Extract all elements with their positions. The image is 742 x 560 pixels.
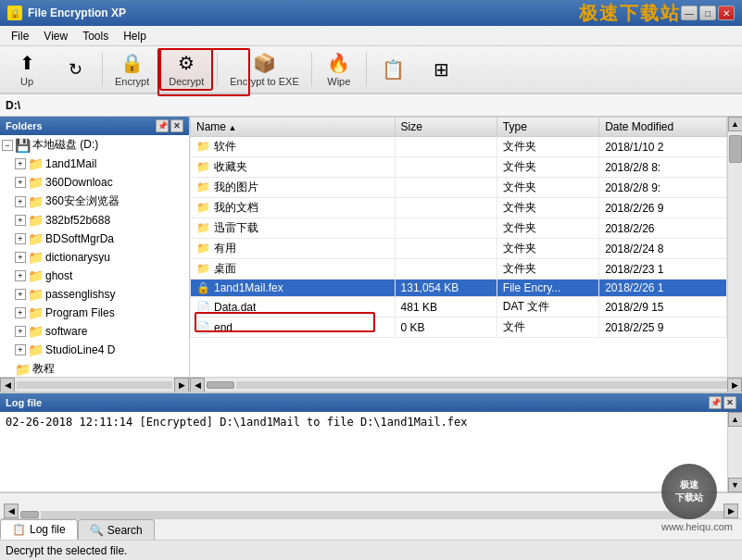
toolbar-grid-button[interactable]: ⊞ (419, 48, 465, 91)
table-row[interactable]: 📁有用 文件夹 2018/2/24 8 (191, 239, 727, 259)
up-label: Up (20, 76, 33, 87)
table-row[interactable]: 📁软件 文件夹 2018/1/10 2 (191, 137, 727, 157)
tree-label-ghost: ghost (45, 269, 72, 282)
folders-panel-header: Folders 📌 ✕ (0, 117, 189, 135)
tree-item-382[interactable]: + 📁 382bf52b688 (0, 211, 189, 230)
expand-dictionary[interactable]: + (15, 252, 26, 263)
log-h-scroll-thumb[interactable] (20, 511, 39, 518)
tree-item-1and1mail[interactable]: + 📁 1and1Mail (0, 155, 189, 173)
tab-search[interactable]: 🔍 Search (78, 519, 155, 540)
files-scroll-thumb-h[interactable] (207, 381, 234, 389)
table-row[interactable]: 📁收藏夹 文件夹 2018/2/8 8: (191, 157, 727, 178)
expand-bdsoft[interactable]: + (15, 233, 26, 244)
file-size (395, 157, 497, 178)
folder-icon-2: 📁 (28, 175, 44, 190)
col-header-type[interactable]: Type (497, 118, 598, 137)
log-tabs: ◀ ▶ (0, 492, 742, 518)
menu-file[interactable]: File (4, 28, 36, 44)
log-h-scroll-left[interactable]: ◀ (4, 504, 19, 518)
toolbar-wipe-button[interactable]: 🔥 Wipe (316, 48, 362, 91)
maximize-button[interactable]: □ (699, 6, 716, 20)
table-row[interactable]: 📄end 0 KB 文件 2018/2/25 9 (191, 317, 727, 338)
panel-pin-button[interactable]: 📌 (156, 119, 169, 132)
tree-item-360download[interactable]: + 📁 360Downloac (0, 173, 189, 192)
expand-software[interactable]: + (15, 326, 26, 337)
tree-item-passenglish[interactable]: + 📁 passenglishsy (0, 285, 189, 304)
panel-close-button[interactable]: ✕ (170, 119, 183, 132)
table-row-selected[interactable]: 🔒1and1Mail.fex 131,054 KB File Encry... … (191, 280, 727, 297)
log-close-button[interactable]: ✕ (723, 396, 736, 409)
scroll-up-button[interactable]: ▲ (728, 117, 743, 131)
expand-studioline[interactable]: + (15, 344, 26, 355)
scroll-right-button[interactable]: ▶ (174, 378, 189, 392)
file-type: 文件夹 (497, 239, 598, 259)
toolbar-view-button[interactable]: 📋 (371, 48, 417, 91)
files-scrollbar-h: ◀ ▶ (190, 377, 742, 392)
expand-passenglish[interactable]: + (15, 289, 26, 300)
menu-bar: File View Tools Help (0, 26, 742, 46)
table-row[interactable]: 📁我的图片 文件夹 2018/2/8 9: (191, 178, 727, 198)
folder-icon: 📁 (196, 262, 210, 275)
col-header-date[interactable]: Date Modified (599, 118, 727, 137)
file-icon: 📄 (196, 321, 210, 334)
file-name: 📁软件 (191, 137, 396, 157)
toolbar-up-button[interactable]: ⬆ Up (4, 48, 50, 91)
folder-icon: 📁 (196, 140, 210, 153)
col-header-size[interactable]: Size (395, 118, 497, 137)
toolbar-encrypt-exe-button[interactable]: 📦 Encrypt to EXE (221, 48, 308, 91)
col-header-name[interactable]: Name (191, 118, 396, 137)
tree-item-dictionary[interactable]: + 📁 dictionarysyu (0, 248, 189, 267)
status-bar: Decrypt the selected file. (0, 540, 742, 560)
files-scroll-left[interactable]: ◀ (190, 378, 205, 392)
log-file-label: Log file (30, 523, 66, 536)
file-name: 📁迅雷下载 (191, 218, 396, 239)
scroll-thumb[interactable] (729, 135, 742, 163)
log-scroll-up[interactable]: ▲ (728, 412, 743, 427)
scroll-track-h (17, 381, 172, 389)
toolbar-encrypt-button[interactable]: 🔒 Encrypt (107, 48, 157, 91)
table-row[interactable]: 📄Data.dat 481 KB DAT 文件 2018/2/9 15 (191, 297, 727, 317)
expand-382[interactable]: + (15, 215, 26, 226)
table-row[interactable]: 📁迅雷下载 文件夹 2018/2/26 (191, 218, 727, 239)
minimize-button[interactable]: — (681, 6, 698, 20)
file-size: 0 KB (395, 317, 497, 338)
table-row[interactable]: 📁我的文档 文件夹 2018/2/26 9 (191, 198, 727, 218)
toolbar-separator-3 (311, 53, 312, 86)
scroll-left-button[interactable]: ◀ (0, 378, 15, 392)
expand-360download[interactable]: + (15, 177, 26, 188)
panel-controls: 📌 ✕ (156, 119, 183, 132)
toolbar-decrypt-button[interactable]: ⚙ Decrypt (159, 48, 213, 91)
files-scroll-right[interactable]: ▶ (727, 378, 742, 392)
tree-item-360browser[interactable]: + 📁 360安全浏览器 (0, 192, 189, 211)
tree-item-software[interactable]: + 📁 software (0, 322, 189, 341)
tree-item-bdsoft[interactable]: + 📁 BDSoftMgrDa (0, 230, 189, 248)
expand-root[interactable]: − (2, 140, 13, 151)
tree-item-root[interactable]: − 💾 本地磁盘 (D:) (0, 135, 189, 155)
log-pin-button[interactable]: 📌 (709, 396, 722, 409)
folder-icon: 📁 (196, 201, 210, 214)
toolbar-separator-2 (217, 53, 218, 86)
table-row[interactable]: 📁桌面 文件夹 2018/2/23 1 (191, 259, 727, 280)
tree-item-jiaocheng[interactable]: 📁 教程 (0, 359, 189, 377)
expand-1and1mail[interactable]: + (15, 158, 26, 169)
expand-programfiles[interactable]: + (15, 307, 26, 318)
tree-item-studioline[interactable]: + 📁 StudioLine4 D (0, 341, 189, 359)
tab-log-file[interactable]: 📋 Log file (0, 519, 78, 540)
expand-360browser[interactable]: + (15, 196, 26, 207)
log-scroll-down[interactable]: ▼ (728, 478, 743, 492)
close-button[interactable]: ✕ (718, 6, 735, 20)
status-text: Decrypt the selected file. (6, 544, 127, 557)
menu-tools[interactable]: Tools (75, 28, 116, 44)
log-h-scroll-right[interactable]: ▶ (723, 504, 738, 518)
folder-scrollbar-h[interactable]: ◀ ▶ (0, 377, 189, 392)
file-date: 2018/2/25 9 (599, 317, 727, 338)
files-panel: Name Size Type Date Modified 📁软件 (190, 117, 742, 392)
window-controls: — □ ✕ (681, 6, 735, 20)
menu-view[interactable]: View (36, 28, 75, 44)
expand-ghost[interactable]: + (15, 270, 26, 281)
tree-item-programfiles[interactable]: + 📁 Program Files (0, 304, 189, 322)
toolbar-refresh-button[interactable]: ↻ (52, 48, 98, 91)
folder-tree: − 💾 本地磁盘 (D:) + 📁 1and1Mail + 📁 (0, 135, 189, 377)
menu-help[interactable]: Help (116, 28, 154, 44)
tree-item-ghost[interactable]: + 📁 ghost (0, 267, 189, 285)
